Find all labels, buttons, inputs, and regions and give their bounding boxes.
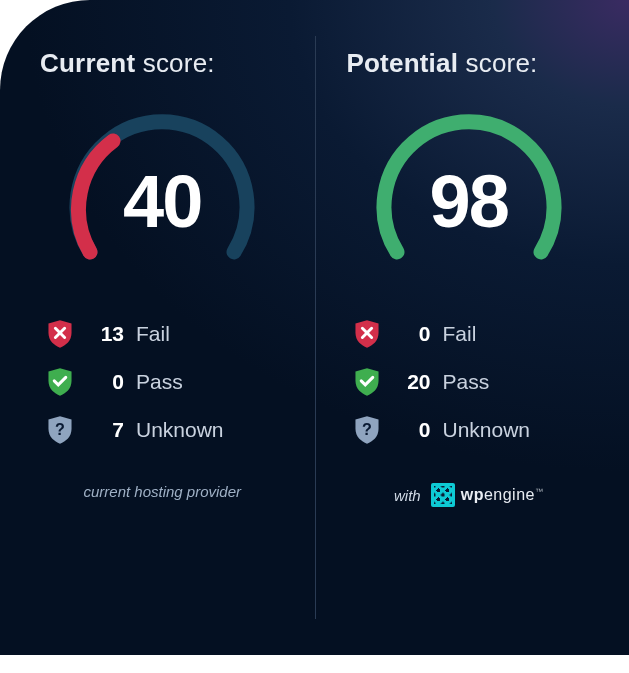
stat-row-fail: 13 Fail (46, 319, 285, 349)
shield-check-icon (353, 367, 381, 397)
wpengine-wordmark: wpengine™ (461, 486, 544, 504)
stat-row-pass: 20 Pass (353, 367, 592, 397)
shield-question-icon: ? (353, 415, 381, 445)
stat-row-unknown: ? 0 Unknown (353, 415, 592, 445)
potential-gauge: 98 (364, 105, 574, 275)
stat-row-pass: 0 Pass (46, 367, 285, 397)
stat-row-fail: 0 Fail (353, 319, 592, 349)
potential-score-value: 98 (364, 159, 574, 244)
shield-x-icon (46, 319, 74, 349)
potential-footer: with wpengine™ (347, 483, 592, 507)
wpengine-brand: wpengine™ (431, 483, 544, 507)
potential-title-bold: Potential (347, 48, 459, 78)
shield-x-icon (353, 319, 381, 349)
potential-unknown-count: 0 (393, 418, 431, 442)
current-score-column: Current score: 40 13 Fail (0, 0, 313, 655)
current-fail-label: Fail (136, 322, 170, 346)
current-title: Current score: (40, 48, 285, 79)
score-comparison-card: Current score: 40 13 Fail (0, 0, 629, 655)
svg-text:?: ? (362, 420, 372, 438)
shield-question-icon: ? (46, 415, 74, 445)
potential-fail-count: 0 (393, 322, 431, 346)
current-fail-count: 13 (86, 322, 124, 346)
shield-check-icon (46, 367, 74, 397)
potential-pass-count: 20 (393, 370, 431, 394)
current-score-value: 40 (57, 159, 267, 244)
potential-title: Potential score: (347, 48, 592, 79)
current-footer: current hosting provider (40, 483, 285, 500)
potential-score-column: Potential score: 98 0 Fail (313, 0, 630, 655)
wpengine-logo-icon (431, 483, 455, 507)
potential-footer-prefix: with (394, 487, 421, 504)
stat-row-unknown: ? 7 Unknown (46, 415, 285, 445)
potential-pass-label: Pass (443, 370, 490, 394)
potential-title-rest: score: (458, 48, 537, 78)
current-pass-label: Pass (136, 370, 183, 394)
svg-text:?: ? (55, 420, 65, 438)
current-unknown-label: Unknown (136, 418, 224, 442)
current-pass-count: 0 (86, 370, 124, 394)
current-gauge: 40 (57, 105, 267, 275)
potential-stats: 0 Fail 20 Pass ? 0 Unknown (347, 319, 592, 445)
current-title-bold: Current (40, 48, 135, 78)
current-stats: 13 Fail 0 Pass ? 7 Unknown (40, 319, 285, 445)
current-unknown-count: 7 (86, 418, 124, 442)
current-title-rest: score: (135, 48, 214, 78)
potential-unknown-label: Unknown (443, 418, 531, 442)
potential-fail-label: Fail (443, 322, 477, 346)
